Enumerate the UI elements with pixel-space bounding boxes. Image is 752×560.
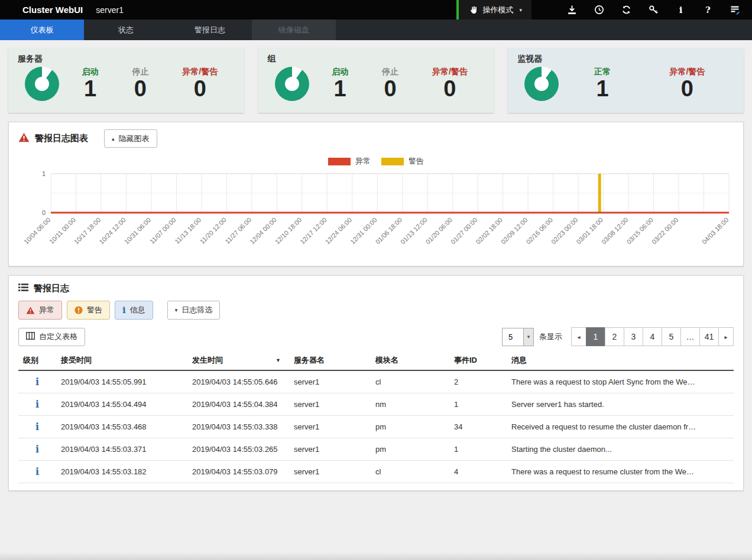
tab-dashboard[interactable]: 仪表板 — [0, 19, 84, 40]
col-occurred-time[interactable]: 发生时间 ▼ — [187, 351, 289, 370]
error-icon — [26, 307, 35, 314]
info-icon[interactable]: i — [676, 5, 686, 15]
level-cell: i — [18, 393, 56, 416]
legend-item-警告: 警告 — [381, 156, 424, 167]
per-page-select-wrap: 5 ▼ — [502, 328, 534, 346]
alert-log-panel: 警报日志 异常警告i信息▾日志筛选 自定义表格 5 ▼ 条显示 ◂12345…4… — [8, 275, 744, 491]
card-title-servers: 服务器 — [18, 54, 235, 64]
stat-value: 0 — [182, 77, 218, 101]
message-link[interactable]: There was a request to resume cluster fr… — [507, 461, 734, 483]
col-server-name[interactable]: 服务器名 — [289, 351, 371, 370]
received-time-cell: 2019/04/03 14:55:03.371 — [56, 438, 187, 461]
svg-text:04/03 18:00: 04/03 18:00 — [701, 216, 730, 246]
bottom-edge — [0, 553, 752, 560]
table-header-row: 级别 接受时间 发生时间 ▼ 服务器名 模块名 事件ID 消息 — [18, 351, 734, 370]
card-body-groups: 启动1停止0异常/警告0 — [268, 67, 485, 101]
svg-text:03/22 00:00: 03/22 00:00 — [650, 216, 680, 246]
col-message[interactable]: 消息 — [507, 351, 734, 370]
received-time-cell: 2019/04/03 14:55:05.991 — [56, 370, 187, 393]
filter-button-info[interactable]: i信息 — [115, 301, 153, 320]
card-title-groups: 组 — [268, 54, 485, 64]
download-icon[interactable] — [567, 5, 577, 15]
stat-servers-异常/警告: 异常/警告0 — [182, 67, 218, 101]
level-cell: i — [18, 416, 56, 438]
stat-monitors-正常: 正常1 — [594, 67, 611, 101]
page-button-2[interactable]: 2 — [605, 327, 624, 346]
col-received-time[interactable]: 接受时间 — [56, 351, 187, 370]
key-icon[interactable] — [649, 5, 659, 15]
donut-chart-monitors — [524, 67, 559, 101]
event-id-cell: 4 — [449, 461, 507, 483]
chart-legend: 异常警告 — [18, 156, 734, 167]
legend-swatch — [328, 158, 351, 165]
server-name-cell: server1 — [289, 370, 371, 393]
tab-alert-log[interactable]: 警报日志 — [168, 19, 252, 40]
message-link[interactable]: Server server1 has started. — [507, 393, 734, 416]
status-card-servers: 服务器启动1停止0异常/警告0 — [8, 48, 244, 113]
customize-table-button[interactable]: 自定义表格 — [18, 328, 85, 346]
pagination: ◂12345…41▸ — [572, 327, 734, 346]
stat-value: 0 — [132, 77, 148, 101]
tab-status[interactable]: 状态 — [84, 19, 168, 40]
module-name-cell: cl — [371, 370, 449, 393]
message-link[interactable]: Received a request to resume the cluster… — [507, 416, 734, 438]
page-button-41[interactable]: 41 — [699, 327, 719, 346]
page-button-5[interactable]: 5 — [662, 327, 681, 346]
stat-value: 0 — [669, 77, 705, 101]
filter-button-error[interactable]: 异常 — [18, 301, 62, 320]
warning-icon — [74, 306, 83, 314]
event-id-cell: 34 — [449, 416, 507, 438]
received-time-cell: 2019/04/03 14:55:03.468 — [56, 416, 187, 438]
per-page-select[interactable]: 5 — [503, 328, 533, 346]
svg-text:11/13 18:00: 11/13 18:00 — [173, 216, 202, 245]
alert-log-chart: 1010/04 06:0010/11 00:0010/17 18:0010/24… — [18, 170, 732, 259]
donut-chart-servers — [25, 67, 59, 101]
col-module-name[interactable]: 模块名 — [371, 351, 449, 370]
stat-servers-启动: 启动1 — [82, 67, 98, 101]
list-edit-icon[interactable] — [730, 5, 740, 15]
table-row: i2019/04/03 14:55:03.3712019/04/03 14:55… — [18, 438, 734, 461]
log-filter-dropdown[interactable]: ▾日志筛选 — [167, 301, 221, 320]
page-button-3[interactable]: 3 — [624, 327, 643, 346]
event-id-cell: 1 — [449, 393, 507, 416]
help-icon[interactable]: ? — [703, 5, 713, 15]
page-button-4[interactable]: 4 — [643, 327, 662, 346]
table-row: i2019/04/03 14:55:04.4942019/04/03 14:55… — [18, 393, 734, 416]
module-name-cell: pm — [371, 438, 449, 461]
stat-value: 0 — [382, 77, 398, 101]
svg-text:10/04 06:00: 10/04 06:00 — [22, 216, 52, 246]
chart-section-title: 警报日志图表 — [35, 133, 88, 144]
svg-text:10/31 06:00: 10/31 06:00 — [123, 216, 153, 246]
page-button-1[interactable]: 1 — [586, 327, 605, 346]
occurred-time-cell: 2019/04/03 14:55:05.646 — [187, 370, 289, 393]
operation-mode-dropdown[interactable]: 操作模式 ▾ — [456, 0, 531, 19]
pager-next-button[interactable]: ▸ — [718, 327, 734, 346]
stat-servers-停止: 停止0 — [132, 67, 148, 101]
info-level-icon: i — [35, 444, 39, 455]
pager-ellipsis[interactable]: … — [680, 327, 700, 346]
filter-label: 异常 — [39, 305, 54, 315]
svg-text:0: 0 — [42, 209, 46, 216]
stat-groups-停止: 停止0 — [382, 67, 398, 101]
list-icon — [18, 283, 28, 294]
sort-desc-icon: ▼ — [275, 357, 284, 363]
per-page-label: 条显示 — [539, 331, 562, 342]
hide-chart-button[interactable]: ▴ 隐藏图表 — [104, 129, 157, 148]
event-id-cell: 1 — [449, 438, 507, 461]
card-stats-monitors: 正常1异常/警告0 — [565, 67, 734, 101]
filter-label: 警告 — [87, 305, 102, 315]
info-level-icon: i — [35, 376, 39, 388]
refresh-icon[interactable] — [621, 5, 631, 15]
col-event-id[interactable]: 事件ID — [449, 351, 507, 370]
event-id-cell: 2 — [449, 370, 507, 393]
filter-button-warning[interactable]: 警告 — [67, 301, 110, 320]
clock-icon[interactable] — [594, 5, 604, 15]
stat-value: 0 — [432, 77, 468, 101]
message-link[interactable]: There was a request to stop Alert Sync f… — [507, 370, 734, 393]
alert-log-table: 级别 接受时间 发生时间 ▼ 服务器名 模块名 事件ID 消息 i2019/04… — [18, 351, 734, 483]
message-link[interactable]: Starting the cluster daemon... — [507, 438, 734, 461]
occurred-time-cell: 2019/04/03 14:55:03.079 — [187, 461, 289, 483]
donut-chart-groups — [275, 67, 309, 101]
pager-prev-button[interactable]: ◂ — [571, 327, 586, 346]
server-name-cell: server1 — [289, 461, 371, 483]
